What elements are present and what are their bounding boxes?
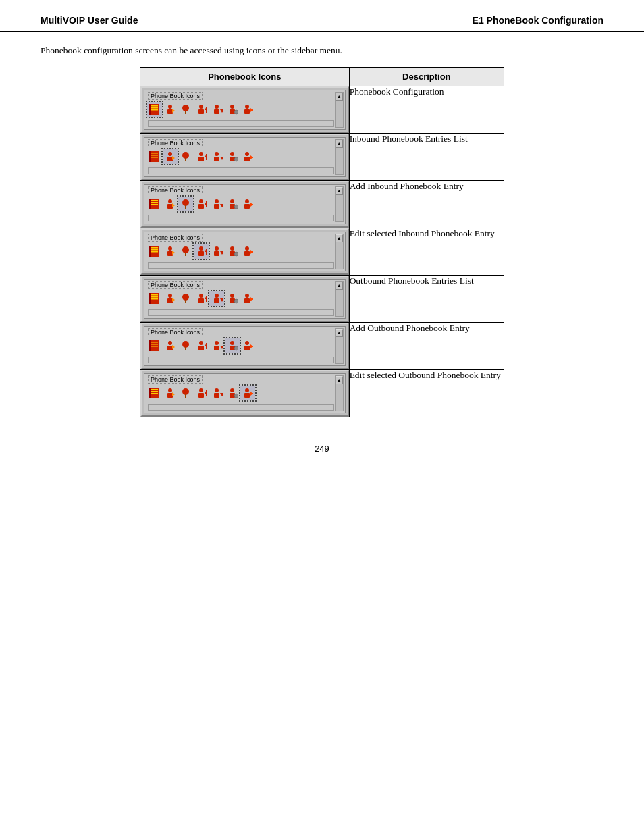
icon-1[interactable] [163,102,178,117]
svg-point-137 [230,341,234,345]
svg-marker-55 [172,203,175,207]
svg-rect-146 [151,391,158,392]
svg-point-58 [199,199,203,203]
icon-5[interactable] [225,244,240,259]
svg-point-154 [199,388,203,392]
icon-4[interactable] [209,291,224,306]
svg-rect-148 [149,388,151,398]
icon-0[interactable] [147,338,162,353]
icon-4[interactable] [209,197,224,211]
icon-3[interactable] [194,102,209,117]
svg-rect-2 [151,107,158,109]
icon-5[interactable] [225,386,240,400]
svg-rect-93 [244,251,250,256]
icon-3[interactable] [194,149,209,164]
icon-4[interactable] [209,102,224,117]
icon-0[interactable] [147,291,162,306]
icon-2[interactable] [178,102,193,117]
icon-1[interactable] [163,291,178,306]
header-right: E1 PhoneBook Configuration [473,15,603,26]
svg-marker-136 [220,346,223,349]
icon-5[interactable] [225,338,240,353]
icon-cell-2: Phone Book Icons ▲ [140,180,350,228]
icon-0[interactable] [147,102,162,117]
svg-rect-126 [167,346,173,350]
scroll-up-btn[interactable]: ▲ [336,187,343,195]
icon-4[interactable] [209,244,224,259]
svg-rect-145 [151,389,158,390]
svg-rect-59 [198,204,204,209]
svg-point-56 [182,199,189,206]
icon-4[interactable] [209,149,224,164]
svg-rect-57 [185,205,186,209]
icon-6[interactable] [240,244,255,259]
icon-cell-4: Phone Book Icons ▲ [140,275,350,322]
svg-rect-76 [149,246,151,257]
svg-rect-111 [214,298,219,303]
icon-0[interactable] [147,149,162,164]
icon-5[interactable] [225,149,240,164]
scroll-up-btn[interactable]: ▲ [336,282,343,290]
icon-3[interactable] [194,338,209,353]
svg-rect-27 [151,157,158,158]
svg-point-5 [168,105,172,109]
page-number: 249 [315,444,329,454]
icon-3[interactable] [194,291,209,306]
icon-4[interactable] [209,386,224,400]
icon-5[interactable] [225,102,240,117]
svg-point-38 [215,152,219,156]
scroll-up-btn[interactable]: ▲ [336,376,343,384]
scroll-up-btn[interactable]: ▲ [336,234,343,242]
svg-rect-74 [151,249,158,251]
icon-5[interactable] [225,291,240,306]
svg-point-82 [199,246,203,251]
svg-rect-131 [198,346,204,350]
pb-widget-4: Phone Book Icons ▲ [140,276,349,322]
svg-marker-103 [172,298,175,302]
svg-point-164 [245,388,249,392]
desc-cell-6: Edit selected Outbound Phonebook Entry [349,369,504,417]
scroll-up-btn[interactable]: ▲ [336,140,343,148]
main-content: Phonebook configuration screens can be a… [0,45,644,417]
icon-1[interactable] [163,149,178,164]
icon-1[interactable] [163,244,178,259]
scroll-up-btn[interactable]: ▲ [336,329,343,337]
svg-point-140 [245,341,249,345]
icon-6[interactable] [240,386,255,400]
icon-6[interactable] [240,197,255,211]
icon-3[interactable] [194,244,209,259]
svg-point-158 [215,388,219,392]
svg-marker-7 [172,109,175,113]
icon-6[interactable] [240,149,255,164]
svg-rect-33 [185,158,186,161]
svg-rect-21 [244,109,250,114]
icon-3[interactable] [194,386,209,400]
icon-4[interactable] [209,338,224,353]
svg-point-101 [168,294,172,298]
svg-marker-151 [172,392,175,396]
icon-2[interactable] [178,149,193,164]
svg-rect-100 [149,293,151,304]
icon-6[interactable] [240,102,255,117]
svg-point-106 [199,294,203,298]
icon-1[interactable] [163,197,178,211]
svg-rect-153 [185,394,186,398]
icon-2[interactable] [178,338,193,353]
icon-2[interactable] [178,197,193,211]
icon-2[interactable] [178,291,193,306]
icon-3[interactable] [194,197,209,211]
icon-1[interactable] [163,338,178,353]
icon-6[interactable] [240,338,255,353]
icon-2[interactable] [178,386,193,400]
scroll-up-btn[interactable]: ▲ [336,93,343,101]
icon-0[interactable] [147,244,162,259]
icon-6[interactable] [240,291,255,306]
icon-5[interactable] [225,197,240,211]
icon-1[interactable] [163,386,178,400]
svg-point-34 [199,152,203,156]
svg-rect-69 [244,204,250,209]
icon-0[interactable] [147,197,162,211]
svg-rect-75 [151,251,158,253]
icon-0[interactable] [147,386,162,400]
icon-2[interactable] [178,244,193,259]
